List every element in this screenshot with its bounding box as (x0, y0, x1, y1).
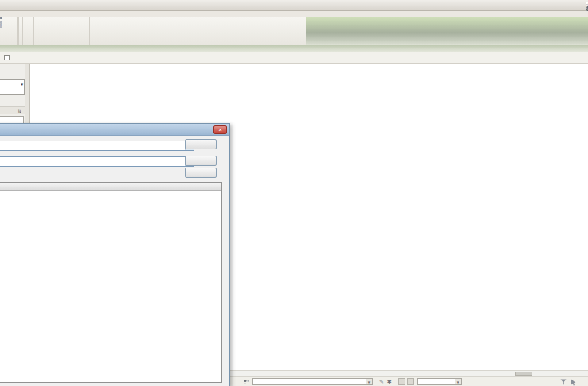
mass-floors-icon: ▩ (0, 18, 2, 28)
type-dropdown[interactable]: ▾ (0, 156, 194, 167)
family-dropdown[interactable]: ▾ (0, 141, 194, 151)
chevron-down-icon[interactable]: ▾ (455, 379, 461, 384)
sort-icon[interactable]: ⇅ (17, 108, 21, 114)
panel-model: ▨ ▩ (0, 17, 38, 45)
type-selector[interactable]: ▾ (0, 79, 25, 95)
toggle-button-2[interactable] (407, 378, 414, 385)
moves-with-nearby-checkbox[interactable] (4, 55, 10, 60)
editable-only-icon[interactable]: ✎ (379, 379, 384, 385)
load-button[interactable] (185, 139, 217, 149)
duplicate-button[interactable] (185, 156, 217, 166)
active-workset-dropdown[interactable]: ▾ (252, 378, 373, 385)
type-properties-dialog: × ▾ ▾ (0, 123, 230, 386)
options-bar (0, 52, 588, 64)
ribbon-tab-row (0, 11, 588, 17)
toggle-button-1[interactable] (398, 378, 405, 385)
ribbon: ▣ ✂ ▤ □▾▭▭ ⊔▾▯ ⊕▾◆ ◎▾ ◪▾ ✎ (0, 17, 306, 45)
chevron-down-icon[interactable]: ▾ (366, 379, 372, 384)
design-option-dropdown[interactable]: ▾ (417, 378, 462, 385)
mass-floors-button[interactable]: ▩ (1, 18, 2, 45)
table-header-row (0, 183, 221, 191)
title-bar: ◂ ☆ (0, 0, 588, 11)
type-parameters-table (0, 182, 222, 383)
revit-window: ◂ ☆ ▣ ✂ ▤ (0, 0, 588, 386)
design-options-icon[interactable]: ✱ (387, 379, 392, 385)
dialog-title[interactable] (0, 124, 229, 136)
ribbon-lower-band (0, 45, 588, 52)
scrollbar-thumb[interactable] (515, 372, 532, 376)
ribbon-empty-area (306, 17, 588, 45)
rename-button[interactable] (185, 168, 217, 178)
dialog-close-button[interactable]: × (213, 125, 227, 134)
chevron-down-icon[interactable]: ▾ (21, 82, 23, 87)
